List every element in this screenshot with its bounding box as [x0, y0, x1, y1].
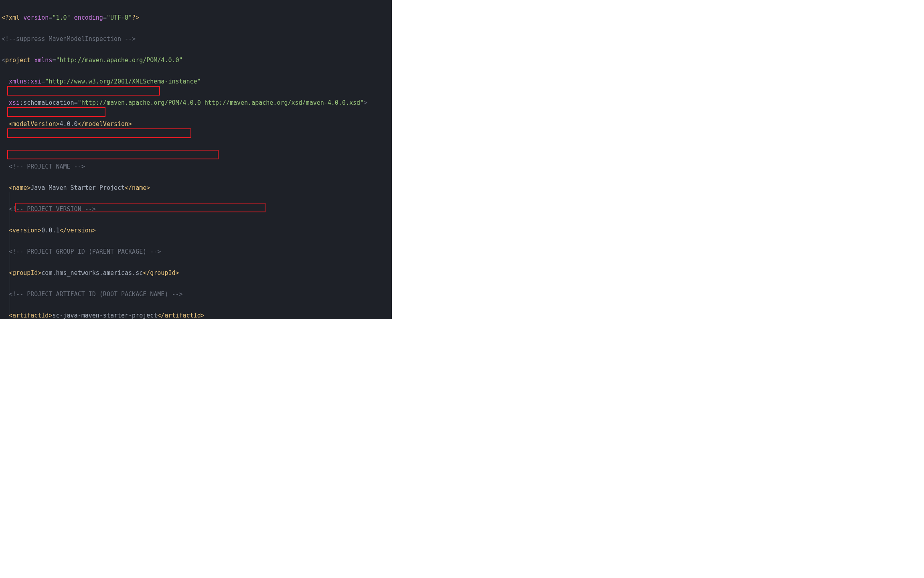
code-line: <!-- PROJECT ARTIFACT ID (ROOT PACKAGE N…: [2, 289, 392, 300]
code-line: <?xml version="1.0" encoding="UTF-8"?>: [2, 12, 392, 23]
highlight-box-name: [7, 86, 160, 96]
code-line: <groupId>com.hms_networks.americas.sc</g…: [2, 268, 392, 279]
code-line: <!-- PROJECT GROUP ID (PARENT PACKAGE) -…: [2, 246, 392, 257]
highlight-box-artifactid: [7, 150, 219, 159]
indent-guide: [10, 192, 10, 319]
code-line: xmlns:xsi="http://www.w3.org/2001/XMLSch…: [2, 76, 392, 87]
code-line: <!-- PROJECT VERSION -->: [2, 204, 392, 215]
highlight-box-version: [7, 107, 105, 117]
code-editor: <?xml version="1.0" encoding="UTF-8"?> <…: [0, 0, 392, 319]
code-line: xsi:schemaLocation="http://maven.apache.…: [2, 98, 392, 108]
code-line: <artifactId>sc-java-maven-starter-projec…: [2, 310, 392, 319]
code-line: <name>Java Maven Starter Project</name>: [2, 183, 392, 193]
code-line: [2, 140, 392, 151]
code-line: <project xmlns="http://maven.apache.org/…: [2, 55, 392, 66]
code-line: <!-- PROJECT NAME -->: [2, 161, 392, 172]
code-line: <version>0.0.1</version>: [2, 225, 392, 236]
code-line: <!--suppress MavenModelInspection -->: [2, 34, 392, 45]
code-line: <modelVersion>4.0.0</modelVersion>: [2, 119, 392, 130]
highlight-box-groupid: [7, 128, 191, 138]
